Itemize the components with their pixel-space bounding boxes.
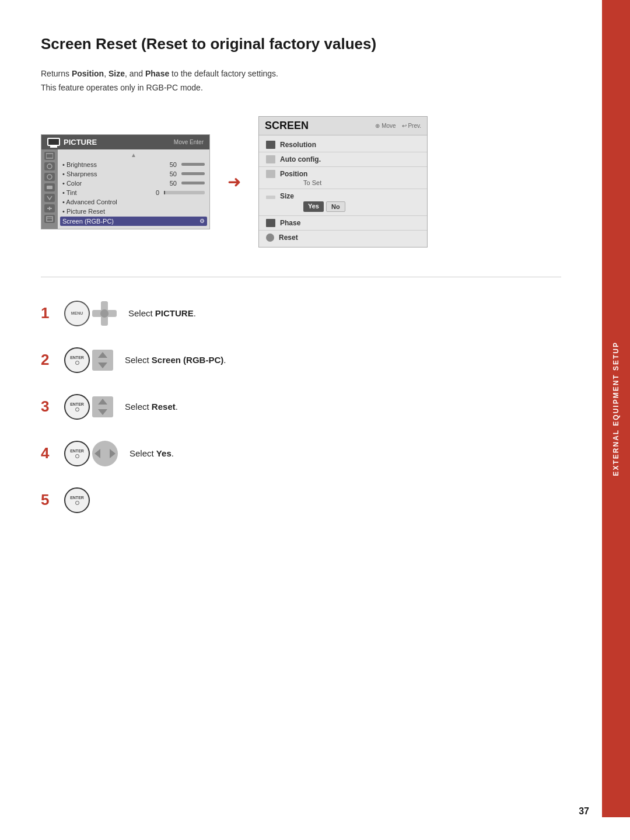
step-1-icons: MENU (64, 301, 117, 326)
screen-items: Resolution Auto config. Position To Set (259, 135, 427, 247)
icon-1 (44, 152, 55, 160)
nav-leftright-4 (92, 441, 118, 466)
picture-item-advanced: • Advanced Control (62, 197, 205, 207)
size-label: Size (280, 192, 420, 200)
screen-nav: ⊕ Move ↩ Prev. (375, 123, 421, 129)
resolution-icon (266, 141, 275, 149)
screen-nav-move: ⊕ Move (375, 123, 396, 129)
enter-dot-4 (75, 454, 79, 458)
page-number: 37 (579, 806, 589, 817)
picture-items: ▲ • Brightness50 • Sharpness50 • Color50… (58, 149, 209, 229)
picture-nav-hint: Move Enter (174, 139, 204, 145)
svg-rect-4 (47, 186, 52, 189)
phase-label: Phase (280, 219, 420, 227)
yes-button[interactable]: Yes (303, 201, 324, 212)
to-set-text: To Set (282, 179, 427, 189)
picture-item-color: • Color50 (62, 179, 205, 188)
no-button[interactable]: No (326, 201, 345, 212)
description-line2: This feature operates only in RGB-PC mod… (41, 81, 561, 95)
enter-dot-3 (75, 407, 79, 412)
step-1-number: 1 (41, 305, 52, 320)
nav-up-2 (98, 352, 107, 358)
picture-title: PICTURE (64, 138, 97, 147)
description-line1: Returns Position, Size, and Phase to the… (41, 67, 561, 81)
svg-rect-7 (47, 217, 52, 221)
yes-no-container: Yes No (282, 201, 427, 215)
picture-up-arrow: ▲ (62, 152, 205, 158)
picture-icons (41, 149, 58, 229)
position-icon (266, 170, 275, 178)
phase-icon (266, 219, 275, 227)
step-3-icons: ENTER (64, 394, 113, 420)
svg-point-1 (47, 164, 52, 169)
enter-label-5: ENTER (70, 496, 84, 500)
reset-icon (266, 233, 274, 242)
enter-label-3: ENTER (70, 402, 84, 406)
step-5-icons: ENTER (64, 487, 90, 513)
screen-item-size-group: Size Yes No (259, 189, 427, 216)
picture-menu-header: PICTURE Move Enter (41, 135, 209, 149)
divider (41, 277, 561, 277)
autoconfig-icon (266, 155, 275, 163)
screen-item-size: Size (259, 189, 427, 201)
icon-2 (44, 162, 55, 170)
nav-cross (92, 301, 117, 326)
sidebar-label: EXTERNAL EQUIPMENT SETUP (612, 341, 620, 476)
step-1-text: Select PICTURE. (128, 308, 196, 318)
enter-label-4: ENTER (70, 449, 84, 453)
step-2-text: Select Screen (RGB-PC). (125, 355, 226, 365)
nav-down-3 (98, 409, 107, 415)
step-5-number: 5 (41, 492, 52, 507)
screen-nav-prev: ↩ Prev. (402, 123, 421, 129)
size-icon (266, 196, 275, 199)
screen-title: SCREEN (265, 120, 309, 132)
reset-label: Reset (279, 233, 420, 242)
step-3: 3 ENTER Select Reset. (41, 394, 561, 420)
sidebar: EXTERNAL EQUIPMENT SETUP (602, 0, 630, 817)
step-4-icons: ENTER (64, 441, 118, 466)
step-4: 4 ENTER Select Yes. (41, 441, 561, 466)
picture-item-brightness: • Brightness50 (62, 160, 205, 169)
screen-menu-box: SCREEN ⊕ Move ↩ Prev. Resolution Auto co… (258, 116, 428, 248)
picture-item-screen-rgb: Screen (RGB-PC) ⚙ (60, 217, 207, 226)
screen-item-position: Position (259, 167, 427, 179)
svg-point-3 (47, 175, 52, 179)
picture-item-tint: • Tint0 (62, 188, 205, 197)
step-4-number: 4 (41, 445, 52, 461)
icon-3 (44, 173, 55, 181)
step-2-icons: ENTER (64, 347, 113, 373)
picture-item-sharpness: • Sharpness50 (62, 169, 205, 179)
nav-down-2 (98, 363, 107, 368)
svg-rect-0 (46, 154, 53, 158)
screen-item-position-group: Position To Set (259, 167, 427, 189)
step-2: 2 ENTER Select Screen (RGB-PC). (41, 347, 561, 373)
picture-menu-body: ▲ • Brightness50 • Sharpness50 • Color50… (41, 149, 209, 229)
enter-dot-2 (75, 361, 79, 365)
step-3-text: Select Reset. (125, 402, 178, 412)
autoconfig-label: Auto config. (280, 155, 420, 163)
screen-item-resolution: Resolution (259, 138, 427, 152)
position-label: Position (280, 170, 420, 178)
steps-section: 1 MENU Select PICTURE. 2 ENTER (41, 301, 561, 513)
icon-6 (44, 204, 55, 212)
nav-updown-2 (92, 350, 113, 371)
enter-button-5: ENTER (64, 487, 90, 513)
page-title: Screen Reset (Reset to original factory … (41, 35, 561, 53)
screen-item-autoconfig: Auto config. (259, 152, 427, 167)
resolution-label: Resolution (280, 141, 420, 149)
step-5: 5 ENTER (41, 487, 561, 513)
step-2-number: 2 (41, 352, 52, 367)
screen-item-reset: Reset (259, 231, 427, 245)
menu-label: MENU (71, 311, 83, 315)
screen-menu-header: SCREEN ⊕ Move ↩ Prev. (259, 117, 427, 135)
nav-left-4 (94, 449, 100, 458)
enter-button-4: ENTER (64, 441, 90, 466)
enter-dot-5 (75, 501, 79, 505)
step-1: 1 MENU Select PICTURE. (41, 301, 561, 326)
menu-button: MENU (64, 301, 90, 326)
icon-7 (44, 215, 55, 223)
tv-icon (47, 138, 60, 146)
description: Returns Position, Size, and Phase to the… (41, 67, 561, 95)
nav-updown-3 (92, 396, 113, 417)
arrow-icon: ➜ (228, 172, 241, 191)
